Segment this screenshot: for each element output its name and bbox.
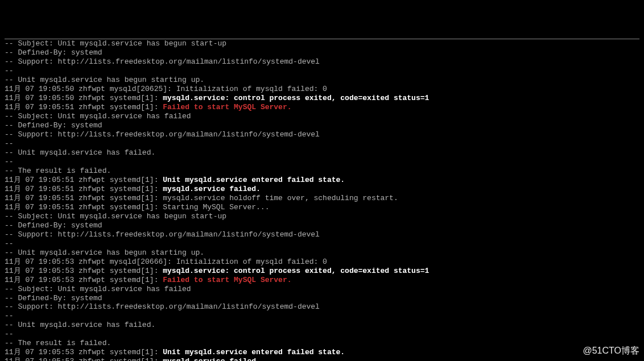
log-line: -- Defined-By: systemd (5, 121, 639, 130)
log-line: -- Support: http://lists.freedesktop.org… (5, 230, 639, 239)
log-line: -- (5, 239, 639, 248)
log-line: -- Subject: Unit mysqld.service has fail… (5, 285, 639, 294)
log-highlight-text: mysqld.service failed. (163, 357, 261, 361)
log-text: -- (5, 330, 14, 338)
log-text: -- Support: http://lists.freedesktop.org… (5, 57, 320, 66)
log-text: -- (5, 67, 14, 75)
log-text: 11月 07 19:05:50 zhfwpt systemd[1]: (5, 94, 163, 102)
log-text: -- Subject: Unit mysqld.service has fail… (5, 285, 191, 293)
log-text: -- Subject: Unit mysqld.service has begu… (5, 39, 226, 48)
log-text: -- Unit mysqld.service has begun startin… (5, 76, 204, 84)
log-line: -- Subject: Unit mysqld.service has begu… (5, 212, 639, 221)
terminal-output[interactable]: -- Subject: Unit mysqld.service has begu… (5, 39, 639, 361)
log-highlight-text: Unit mysqld.service entered failed state… (163, 176, 345, 184)
log-text: -- The result is failed. (5, 167, 111, 175)
log-text: -- Unit mysqld.service has begun startin… (5, 248, 204, 257)
log-text: -- Defined-By: systemd (5, 294, 102, 302)
log-text: -- The result is failed. (5, 339, 111, 347)
log-highlight-text: Unit mysqld.service entered failed state… (163, 348, 345, 356)
log-line: 11月 07 19:05:50 zhfwpt systemd[1]: mysql… (5, 94, 639, 103)
log-text: 11月 07 19:05:53 zhfwpt systemd[1]: (5, 267, 163, 275)
log-text: -- Support: http://lists.freedesktop.org… (5, 302, 320, 311)
log-error-text: Failed to start MySQL Server. (163, 276, 291, 284)
log-line: 11月 07 19:05:51 zhfwpt systemd[1]: mysql… (5, 185, 639, 194)
log-line: -- Support: http://lists.freedesktop.org… (5, 130, 639, 139)
log-highlight-text: mysqld.service: control process exited, … (163, 267, 429, 275)
log-text: -- (5, 312, 14, 320)
log-line: 11月 07 19:05:51 zhfwpt systemd[1]: mysql… (5, 194, 639, 203)
log-error-text: Failed to start MySQL Server. (163, 103, 291, 111)
log-text: 11月 07 19:05:51 zhfwpt systemd[1]: (5, 103, 163, 111)
log-line: 11月 07 19:05:51 zhfwpt systemd[1]: Faile… (5, 103, 639, 112)
log-line: -- Defined-By: systemd (5, 48, 639, 57)
log-text: 11月 07 19:05:50 zhfwpt mysqld[20625]: In… (5, 85, 327, 93)
log-line: -- The result is failed. (5, 339, 639, 348)
log-text: -- Subject: Unit mysqld.service has fail… (5, 112, 191, 121)
log-line: 11月 07 19:05:53 zhfwpt systemd[1]: mysql… (5, 267, 639, 276)
log-text: -- Unit mysqld.service has failed. (5, 148, 155, 157)
log-line: -- Subject: Unit mysqld.service has begu… (5, 39, 639, 48)
log-line: -- Unit mysqld.service has failed. (5, 321, 639, 330)
log-text: -- Support: http://lists.freedesktop.org… (5, 230, 320, 239)
log-text: -- Subject: Unit mysqld.service has begu… (5, 212, 226, 221)
log-line: -- (5, 139, 639, 148)
log-line: -- Unit mysqld.service has failed. (5, 148, 639, 157)
log-text: -- (5, 139, 14, 148)
log-line: -- (5, 330, 639, 339)
log-line: 11月 07 19:05:51 zhfwpt systemd[1]: Start… (5, 203, 639, 212)
log-text: 11月 07 19:05:51 zhfwpt systemd[1]: mysql… (5, 194, 398, 202)
log-line: 11月 07 19:05:50 zhfwpt mysqld[20625]: In… (5, 85, 639, 94)
log-text: 11月 07 19:05:53 zhfwpt systemd[1]: (5, 357, 163, 361)
log-text: -- (5, 157, 14, 166)
watermark: @51CTO博客 (583, 345, 639, 356)
log-line: 11月 07 19:05:51 zhfwpt systemd[1]: Unit … (5, 176, 639, 185)
log-text: 11月 07 19:05:53 zhfwpt systemd[1]: (5, 348, 163, 356)
log-text: 11月 07 19:05:53 zhfwpt systemd[1]: (5, 276, 163, 284)
log-text: 11月 07 19:05:53 zhfwpt mysqld[20666]: In… (5, 258, 327, 266)
log-text: 11月 07 19:05:51 zhfwpt systemd[1]: (5, 176, 163, 184)
log-line: -- Unit mysqld.service has begun startin… (5, 76, 639, 85)
log-text: -- Support: http://lists.freedesktop.org… (5, 130, 320, 139)
log-text: -- Unit mysqld.service has failed. (5, 321, 155, 329)
log-line: -- (5, 67, 639, 76)
log-text: -- Defined-By: systemd (5, 48, 102, 57)
log-highlight-text: mysqld.service failed. (163, 185, 261, 193)
log-text: -- Defined-By: systemd (5, 121, 102, 130)
log-line: -- The result is failed. (5, 167, 639, 176)
log-line: 11月 07 19:05:53 zhfwpt systemd[1]: Faile… (5, 276, 639, 285)
log-line: -- Support: http://lists.freedesktop.org… (5, 302, 639, 312)
log-highlight-text: mysqld.service: control process exited, … (163, 94, 429, 102)
log-line: -- Unit mysqld.service has begun startin… (5, 248, 639, 258)
log-line: -- (5, 312, 639, 321)
log-text: -- Defined-By: systemd (5, 221, 102, 230)
log-line: -- Subject: Unit mysqld.service has fail… (5, 112, 639, 121)
log-line: -- Defined-By: systemd (5, 294, 639, 303)
log-text: -- (5, 239, 14, 248)
log-line: 11月 07 19:05:53 zhfwpt systemd[1]: mysql… (5, 357, 639, 361)
log-line: 11月 07 19:05:53 zhfwpt systemd[1]: Unit … (5, 348, 639, 357)
log-line: -- (5, 157, 639, 167)
log-line: -- Defined-By: systemd (5, 221, 639, 230)
log-text: 11月 07 19:05:51 zhfwpt systemd[1]: (5, 185, 163, 193)
log-line: 11月 07 19:05:53 zhfwpt mysqld[20666]: In… (5, 258, 639, 267)
log-text: 11月 07 19:05:51 zhfwpt systemd[1]: Start… (5, 203, 269, 211)
log-line: -- Support: http://lists.freedesktop.org… (5, 57, 639, 67)
